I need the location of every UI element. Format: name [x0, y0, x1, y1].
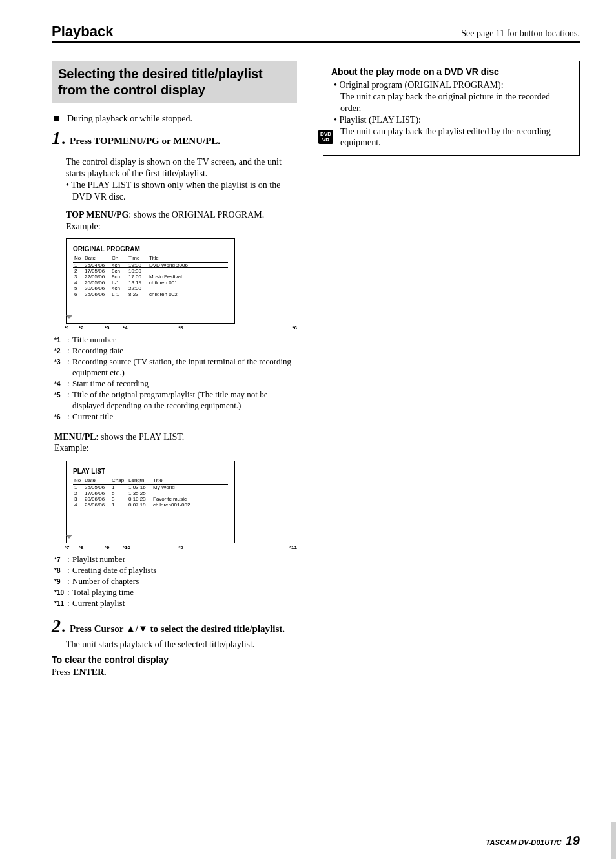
footnote-value: Current playlist — [72, 598, 297, 609]
topmenu-line: TOP MENU/PG: shows the ORIGINAL PROGRAM. — [66, 209, 297, 221]
original-program-caption: ORIGINAL PROGRAM — [73, 245, 228, 253]
table-cell: 2 — [73, 490, 83, 496]
table-cell: 26/05/06 — [83, 280, 110, 286]
table-row: 217/05/068ch10:30 — [73, 268, 228, 274]
clear-body-prefix: Press — [52, 667, 73, 677]
table-cell: 13:19 — [127, 280, 148, 286]
footnote: *11:Current playlist — [54, 598, 297, 609]
about-item-body: The unit can play back the original pict… — [331, 91, 571, 114]
table-row: 217/06/0651:35:25 — [73, 490, 228, 496]
footnote-key: *1 — [54, 335, 67, 346]
table-cell: 22/05/06 — [83, 274, 110, 280]
table-cell: 25/04/06 — [83, 262, 110, 269]
page-footer: TASCAM DV-D01UT/C 19 — [486, 833, 580, 848]
badge-top: DVD — [320, 131, 331, 137]
footnote: *6:Current title — [54, 412, 297, 422]
table-cell: 1:03:16 — [127, 485, 152, 491]
col-header: Ch — [110, 255, 127, 262]
table-cell — [148, 286, 228, 291]
footnote-value: Title of the original program/playlist (… — [72, 390, 297, 412]
header-title: Playback — [52, 23, 113, 40]
footnote-colon: : — [67, 554, 72, 565]
original-program-labels: *1 *2 *3 *4 *5 *6 — [65, 325, 297, 331]
step-2: 2 . Press Cursor ▲/▼ to select the desir… — [52, 616, 297, 636]
table-cell: 8ch — [110, 268, 127, 274]
table-cell: L-1 — [110, 280, 127, 286]
badge-bottom: VR — [322, 137, 329, 143]
footnote: *3:Recording source (TV station, the inp… — [54, 357, 297, 379]
label: *11 — [210, 545, 297, 550]
precondition-text: During playback or while stopped. — [67, 114, 192, 124]
step-2-number: 2 — [52, 616, 61, 636]
table-row: 426/05/06L-113:19children 001 — [73, 280, 228, 286]
footer-page-number: 19 — [566, 833, 580, 848]
table-cell: 20/06/06 — [83, 496, 110, 502]
footnote-value: Current title — [72, 412, 297, 422]
table-cell: 17/05/06 — [83, 268, 110, 274]
table-cell: 4ch — [110, 286, 127, 291]
table-cell: 0:07:19 — [127, 502, 152, 508]
right-column: About the play mode on a DVD VR disc • O… — [323, 61, 580, 678]
footnote-colon: : — [67, 357, 72, 379]
footnote: *10:Total playing time — [54, 587, 297, 598]
step1-p1: The control display is shown on the TV s… — [66, 156, 297, 180]
footnote: *9:Number of chapters — [54, 576, 297, 587]
footnote-key: *3 — [54, 357, 67, 379]
table-cell: 1 — [73, 262, 83, 269]
table-cell: 8ch — [110, 274, 127, 280]
table-cell: 20/06/06 — [83, 286, 110, 291]
table-cell: 2 — [73, 268, 83, 274]
clear-body-bold: ENTER — [73, 667, 104, 677]
footnote: *5:Title of the original program/playlis… — [54, 390, 297, 412]
table-cell: DVD World 2006 — [148, 262, 228, 269]
about-title: About the play mode on a DVD VR disc — [331, 67, 571, 78]
table-row: 322/05/068ch17:00Music Festival — [73, 274, 228, 280]
table-header-row: No Date Chap Length Title — [73, 477, 228, 485]
playlist-footnotes: *7:Playlist number*8:Creating date of pl… — [54, 554, 297, 609]
table-cell: 4ch — [110, 262, 127, 269]
table-cell: L-1 — [110, 291, 127, 297]
playlist-labels: *7 *8 *9 *10 *5 *11 — [65, 545, 297, 550]
clear-body-suffix: . — [104, 667, 107, 677]
step-2-text: Press Cursor ▲/▼ to select the desired t… — [70, 623, 285, 636]
table-row: 625/06/06L-18:23children 002 — [73, 291, 228, 297]
footnote-key: *11 — [54, 598, 67, 609]
footnote-key: *4 — [54, 379, 67, 390]
topmenu-suffix: : shows the ORIGINAL PROGRAM. — [128, 210, 264, 220]
table-cell: 1:35:25 — [127, 490, 152, 496]
col-header: No — [73, 477, 83, 485]
footnote-value: Playlist number — [72, 554, 297, 565]
footnote: *7:Playlist number — [54, 554, 297, 565]
playlist-table: No Date Chap Length Title 125/05/0611:03… — [73, 477, 228, 508]
table-cell: 6 — [73, 291, 83, 297]
playlist-caption: PLAY LIST — [73, 468, 228, 475]
footnote-value: Creating date of playlists — [72, 565, 297, 576]
clear-display-title: To clear the control display — [52, 654, 297, 665]
clear-display-body: Press ENTER. — [52, 667, 297, 678]
table-cell: 25/06/06 — [83, 502, 110, 508]
col-header: Length — [127, 477, 152, 485]
table-cell: 3 — [73, 496, 83, 502]
table-cell: My World — [152, 485, 228, 491]
menupl-suffix: : shows the PLAY LIST. — [96, 432, 185, 442]
square-bullet-icon — [54, 116, 59, 121]
scroll-down-arrow-icon — [66, 315, 72, 319]
col-header: Title — [152, 477, 228, 485]
original-footnotes: *1:Title number*2:Recording date*3:Recor… — [54, 335, 297, 422]
footnote-key: *9 — [54, 576, 67, 587]
footnote: *2:Recording date — [54, 346, 297, 357]
table-cell: 8:23 — [127, 291, 148, 297]
table-cell: 19:00 — [127, 262, 148, 269]
label: *2 — [79, 325, 105, 331]
col-header: Date — [83, 477, 110, 485]
footnote: *8:Creating date of playlists — [54, 565, 297, 576]
example-label-2: Example: — [54, 443, 297, 454]
about-item-head: • Original program (ORIGINAL PROGRAM): — [331, 79, 571, 91]
table-row: 425/06/0610:07:19children001-002 — [73, 502, 228, 508]
table-row: 520/06/064ch22:00 — [73, 286, 228, 291]
table-cell: 1 — [73, 485, 83, 491]
original-program-table: No Date Ch Time Title 125/04/064ch19:00D… — [73, 255, 228, 297]
left-column: Selecting the desired title/playlist fro… — [52, 61, 297, 678]
step1-p2: • The PLAY LIST is shown only when the p… — [66, 180, 297, 203]
step-1: 1 . Press TOPMENU/PG or MENU/PL. — [52, 128, 297, 149]
